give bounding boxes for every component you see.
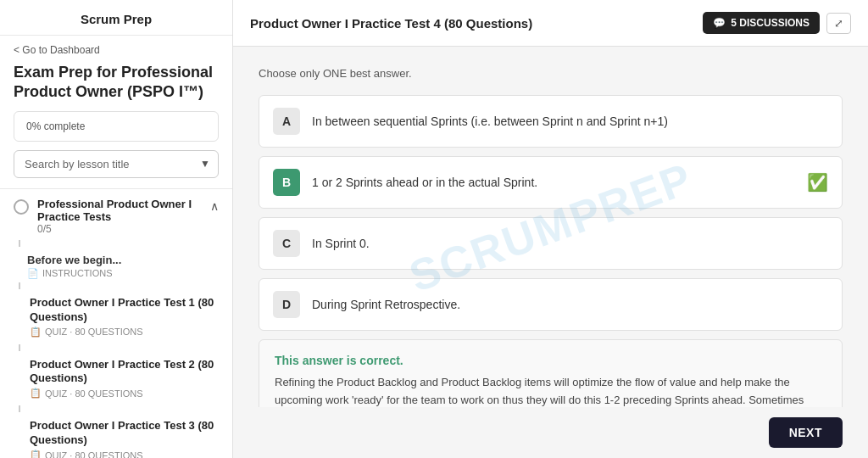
chat-icon: 💬: [713, 17, 726, 29]
next-button[interactable]: NEXT: [769, 417, 843, 448]
option-a-text: In between sequential Sprints (i.e. betw…: [312, 114, 828, 128]
section-title: Professional Product Owner I Practice Te…: [37, 198, 202, 223]
option-a[interactable]: A In between sequential Sprints (i.e. be…: [259, 95, 843, 148]
document-icon: 📄: [27, 268, 39, 279]
quiz-icon: 📋: [30, 327, 42, 338]
lesson-title: Product Owner I Practice Test 1 (80 Ques…: [30, 296, 219, 325]
search-select[interactable]: Search by lesson title: [14, 150, 219, 178]
expand-icon: ⤢: [834, 17, 843, 30]
progress-indicator: 0% complete: [14, 111, 219, 142]
lesson-item-3[interactable]: Product Owner I Practice Test 3 (80 Ques…: [0, 412, 232, 458]
next-btn-row: NEXT: [233, 407, 868, 458]
header-actions: 💬 5 DISCUSSIONS ⤢: [703, 12, 851, 34]
lesson-title: Product Owner I Practice Test 2 (80 Ques…: [30, 358, 219, 387]
option-c-text: In Sprint 0.: [312, 237, 828, 250]
discussions-button[interactable]: 💬 5 DISCUSSIONS: [703, 12, 820, 34]
course-title: Exam Prep for Professional Product Owner…: [0, 59, 232, 111]
section-toggle-icon[interactable]: ∧: [210, 199, 219, 213]
lesson-item-1[interactable]: Product Owner I Practice Test 1 (80 Ques…: [0, 289, 232, 344]
lesson-meta: 📋 QUIZ · 80 QUESTIONS: [30, 327, 219, 338]
feedback-text: Refining the Product Backlog and Product…: [275, 374, 826, 407]
before-begin-title: Before we begin...: [27, 254, 219, 266]
option-c-letter: C: [273, 230, 300, 257]
correct-check-icon: ✅: [807, 172, 828, 193]
option-b-letter: B: [273, 169, 300, 196]
feedback-correct-label: This answer is correct.: [275, 354, 826, 367]
quiz-instruction: Choose only ONE best answer.: [259, 67, 843, 80]
quiz-icon: 📋: [30, 388, 42, 399]
option-b-text: 1 or 2 Sprints ahead or in the actual Sp…: [312, 176, 795, 189]
option-b[interactable]: B 1 or 2 Sprints ahead or in the actual …: [259, 156, 843, 209]
sidebar-title: Scrum Prep: [0, 0, 232, 36]
option-d[interactable]: D During Sprint Retrospective.: [259, 278, 843, 331]
quiz-icon: 📋: [30, 450, 42, 458]
option-c[interactable]: C In Sprint 0.: [259, 217, 843, 270]
option-d-letter: D: [273, 291, 300, 318]
feedback-box: This answer is correct. Refining the Pro…: [259, 339, 843, 407]
lesson-title: Product Owner I Practice Test 3 (80 Ques…: [30, 419, 219, 448]
lesson-meta: 📋 QUIZ · 80 QUESTIONS: [30, 450, 219, 458]
quiz-title: Product Owner I Practice Test 4 (80 Ques…: [250, 16, 532, 31]
before-begin-item[interactable]: Before we begin... 📄 INSTRUCTIONS: [0, 247, 232, 282]
lesson-list: Before we begin... 📄 INSTRUCTIONS Produc…: [0, 240, 232, 458]
section-circle-icon: [14, 199, 29, 215]
quiz-area: SCRUMPREP Choose only ONE best answer. A…: [233, 47, 868, 407]
dashboard-link[interactable]: < Go to Dashboard: [0, 36, 232, 59]
sidebar: Scrum Prep < Go to Dashboard Exam Prep f…: [0, 0, 233, 458]
main-header: Product Owner I Practice Test 4 (80 Ques…: [233, 0, 868, 47]
lesson-search[interactable]: Search by lesson title ▼: [14, 150, 219, 178]
section-header: Professional Product Owner I Practice Te…: [0, 188, 232, 240]
before-begin-sub: 📄 INSTRUCTIONS: [27, 268, 219, 279]
section-meta: 0/5: [37, 223, 202, 235]
lesson-item-2[interactable]: Product Owner I Practice Test 2 (80 Ques…: [0, 351, 232, 406]
main-content: Product Owner I Practice Test 4 (80 Ques…: [233, 0, 868, 458]
option-d-text: During Sprint Retrospective.: [312, 298, 828, 311]
option-a-letter: A: [273, 108, 300, 135]
expand-button[interactable]: ⤢: [826, 13, 851, 34]
lesson-meta: 📋 QUIZ · 80 QUESTIONS: [30, 388, 219, 399]
